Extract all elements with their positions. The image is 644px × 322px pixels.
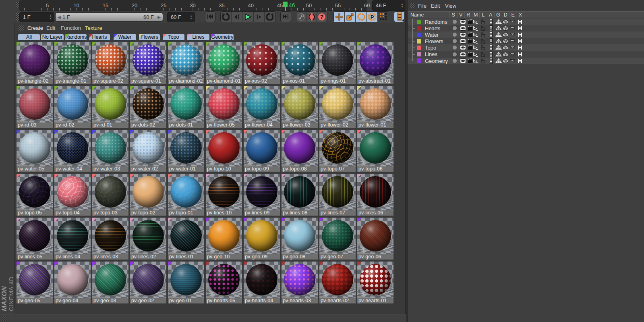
svg-text:?: ? (320, 14, 324, 20)
svg-text:P: P (370, 14, 374, 20)
